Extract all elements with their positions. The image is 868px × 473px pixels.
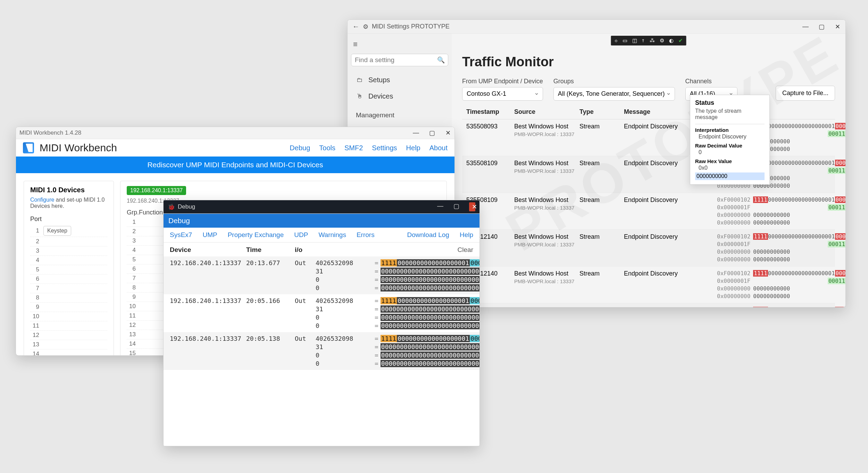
cell-source: Best Windows HostPMB-WOPR.local : 13337 <box>514 196 577 211</box>
workbench-header: MIDI Workbench Debug Tools SMF2 Settings… <box>16 139 454 157</box>
tab-sysex[interactable]: SysEx7 <box>170 231 192 239</box>
port-row[interactable]: 5 <box>30 265 107 274</box>
th-source: Source <box>514 108 577 116</box>
keystep-device-chip[interactable]: Keystep <box>43 226 71 236</box>
port-number: 11 <box>30 322 39 329</box>
cell-io: Out <box>295 335 316 342</box>
workbench-titlebar[interactable]: MIDI Workbench 1.4.28 — ▢ ✕ <box>16 127 454 139</box>
download-log-link[interactable]: Download Log <box>407 231 449 239</box>
filter-device-label: From UMP Endpoint / Device <box>462 78 543 85</box>
port-row[interactable]: 8 <box>30 293 107 303</box>
sidebar-setups[interactable]: 🗀 Setups <box>351 73 448 87</box>
debug-titlebar-text: Debug <box>178 203 437 210</box>
port-row[interactable]: 1Keystep <box>30 225 107 237</box>
sidebar-devices[interactable]: 🖱 Devices <box>351 89 448 104</box>
close-icon[interactable]: ✕ <box>469 202 475 211</box>
port-row[interactable]: 9 <box>30 303 107 312</box>
close-icon[interactable]: ✕ <box>834 23 841 31</box>
tab-udp[interactable]: UDP <box>294 231 308 239</box>
maximize-icon[interactable]: ▢ <box>429 129 435 137</box>
traffic-row[interactable]: 535512140Best Windows HostPMB-WOPR.local… <box>462 267 835 303</box>
traffic-row[interactable]: 535508109Best Windows HostPMB-WOPR.local… <box>462 193 835 230</box>
rediscover-button[interactable]: Rediscover UMP MIDI Endpoints and MIDI-C… <box>16 157 454 173</box>
traffic-row[interactable]: 535512140Best Windows HostPMB-WOPR.local… <box>462 230 835 267</box>
cell-hex: 0xF0000102111100000000000000000001000000… <box>717 196 845 226</box>
gizmo-icon: ⟐ <box>615 37 618 44</box>
port-row[interactable]: 14 <box>30 349 107 356</box>
debug-row[interactable]: 192.168.240.1:1333720:05.138Out402653209… <box>164 332 479 370</box>
port-row[interactable]: 11 <box>30 321 107 331</box>
sidebar-group-management: Management <box>351 105 448 122</box>
port-row[interactable]: 2 <box>30 237 107 246</box>
clear-button[interactable]: Clear <box>449 246 473 254</box>
close-icon[interactable]: ✕ <box>445 129 451 137</box>
traffic-row[interactable]: 535512140Best Windows HostPMB-WOPR.local… <box>462 303 835 307</box>
status-interp-value: Endpoint Discovery <box>699 134 765 140</box>
port-row[interactable]: 13 <box>30 340 107 349</box>
port-number: 11 <box>127 312 136 319</box>
status-selected-bits[interactable]: 0000000000 <box>695 172 765 180</box>
tab-help[interactable]: Help <box>460 231 473 239</box>
menu-smf2[interactable]: SMF2 <box>344 144 363 152</box>
filter-device-dropdown[interactable]: Contoso GX-1 <box>462 87 543 101</box>
maximize-icon[interactable]: ▢ <box>818 23 825 31</box>
gizmo-icon: ▭ <box>623 37 627 44</box>
menu-help[interactable]: Help <box>406 144 420 152</box>
port-row[interactable]: 6 <box>30 274 107 284</box>
cell-source: Best Windows HostPMB-WOPR.local : 13337 <box>514 270 577 284</box>
cell-type: Stream <box>579 196 621 204</box>
th-time: Time <box>246 246 295 254</box>
tab-ump[interactable]: UMP <box>202 231 217 239</box>
menu-about[interactable]: About <box>429 144 448 152</box>
port-number: 1 <box>127 219 136 226</box>
minimize-icon[interactable]: — <box>413 129 419 137</box>
cell-message: Endpoint Discovery <box>624 233 714 240</box>
menu-settings[interactable]: Settings <box>372 144 397 152</box>
gizmo-icon: ⚙ <box>660 37 664 44</box>
settings-titlebar[interactable]: ← ⚙ MIDI Settings PROTOTYPE — ▢ ✕ <box>348 20 845 34</box>
port-number: 5 <box>30 266 39 273</box>
port-row[interactable]: 4 <box>30 256 107 265</box>
cell-message: Endpoint Discovery <box>624 196 714 204</box>
ip-tag[interactable]: 192.168.240.1:13337 <box>127 186 186 195</box>
cell-type: Stream <box>579 270 621 277</box>
debug-row[interactable]: 192.168.240.1:1333720:05.166Out402653209… <box>164 294 479 332</box>
minimize-icon[interactable]: — <box>437 202 443 211</box>
port-row[interactable]: 10 <box>30 312 107 321</box>
minimize-icon[interactable]: — <box>802 23 809 31</box>
traffic-row[interactable]: 535508109Best Windows HostPMB-WOPR.local… <box>462 156 835 193</box>
debug-titlebar[interactable]: 🐞 Debug — ▢ ✕ <box>164 200 479 214</box>
gizmo-icon: ◐ <box>669 37 674 44</box>
status-subtitle: The type of stream message <box>695 108 765 120</box>
port-number: 9 <box>127 294 136 301</box>
cell-io: Out <box>295 259 316 267</box>
th-device: Device <box>170 246 246 254</box>
back-arrow-icon[interactable]: ← <box>352 23 359 31</box>
maximize-icon[interactable]: ▢ <box>453 202 459 211</box>
port-row[interactable]: 12 <box>30 331 107 340</box>
tab-warnings[interactable]: Warnings <box>318 231 346 239</box>
port-number: 1 <box>30 227 39 234</box>
debug-row[interactable]: 192.168.240.1:1333720:13.677Out402653209… <box>164 256 479 294</box>
status-title: Status <box>695 99 765 107</box>
cell-bits: =1111000000000000000000100000010=0000000… <box>375 259 480 292</box>
sidebar-label: Setups <box>368 76 390 84</box>
port-row[interactable]: 3 <box>30 246 107 256</box>
menu-debug[interactable]: Debug <box>290 144 310 152</box>
filter-groups-dropdown[interactable]: All (Keys, Tone Generator, Sequencer) <box>553 87 675 101</box>
port-number: 12 <box>127 322 136 329</box>
port-row[interactable]: 7 <box>30 284 107 293</box>
status-hex-label: Raw Hex Value <box>695 158 765 164</box>
search-icon: 🔍 <box>437 56 445 64</box>
search-input-wrap[interactable]: 🔍 <box>351 54 448 66</box>
traffic-row[interactable]: 535508093Best Windows HostPMB-WOPR.local… <box>462 119 835 156</box>
menu-tools[interactable]: Tools <box>319 144 335 152</box>
hamburger-icon[interactable]: ≡ <box>353 40 446 49</box>
tab-errors[interactable]: Errors <box>357 231 375 239</box>
tab-property-exchange[interactable]: Property Exchange <box>228 231 284 239</box>
search-input[interactable] <box>355 56 437 64</box>
capture-button[interactable]: Capture to File... <box>776 86 835 101</box>
debug-gizmo-bar[interactable]: ⟐ ▭ ◫ ⫯ ⁂ ⚙ ◐ ✔ <box>611 36 686 45</box>
configure-link[interactable]: Configure <box>30 197 54 203</box>
port-number: 5 <box>127 256 136 263</box>
